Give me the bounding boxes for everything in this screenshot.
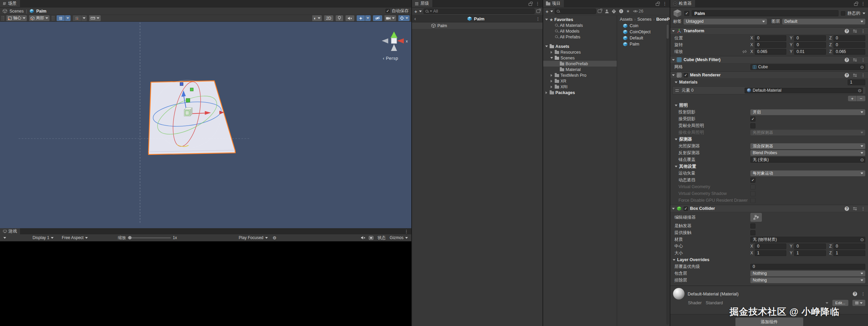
edit-shader-button[interactable]: Edit...: [832, 300, 848, 306]
size-y-field[interactable]: 1: [794, 250, 826, 256]
active-checkbox[interactable]: [684, 11, 689, 16]
aspect-selector[interactable]: Free Aspect: [62, 235, 88, 240]
position-z-field[interactable]: 0: [833, 35, 865, 41]
space-mode-button[interactable]: 局部: [29, 15, 50, 21]
size-z-field[interactable]: 1: [833, 250, 865, 256]
effects-options-button[interactable]: [365, 15, 371, 21]
game-view-content[interactable]: [0, 241, 411, 326]
tag-dropdown[interactable]: Untagged: [684, 19, 767, 24]
project-tree-item-all-prefabs[interactable]: All Prefabs: [543, 34, 617, 40]
project-tree-item-textmesh-pro[interactable]: TextMesh Pro: [543, 72, 617, 78]
game-gizmos-selector[interactable]: Gizmos: [390, 235, 408, 240]
chevron-down-icon[interactable]: [550, 11, 553, 12]
scale-y-handle[interactable]: [190, 88, 193, 91]
help-icon[interactable]: ?: [853, 292, 857, 296]
reflection-probes-dropdown[interactable]: Blend Probes: [750, 150, 865, 156]
link-scale-icon[interactable]: [742, 50, 748, 54]
project-file-coinobject[interactable]: CoinObject: [617, 29, 670, 35]
rotation-y-field[interactable]: 0: [794, 42, 826, 48]
foldout-icon[interactable]: [672, 208, 675, 210]
grid-snapping-toggle[interactable]: [57, 15, 65, 21]
size-x-field[interactable]: 1: [755, 250, 786, 256]
projection-mode-label[interactable]: ‹ Persp: [383, 56, 398, 61]
object-name-field[interactable]: Palm: [692, 10, 839, 16]
materials-row[interactable]: Materials 1: [670, 79, 868, 86]
is-trigger-checkbox[interactable]: [750, 223, 755, 229]
dynamic-occlusion-checkbox[interactable]: [750, 178, 755, 183]
add-component-button[interactable]: 添加组件: [735, 318, 803, 326]
cast-shadows-dropdown[interactable]: 开启: [750, 109, 865, 115]
menu-kebab-icon[interactable]: [861, 73, 865, 77]
vsync-monitor-toggle[interactable]: [369, 236, 373, 240]
play-focused-selector[interactable]: Play Focused: [239, 235, 268, 240]
orientation-gizmo[interactable]: x: [379, 30, 410, 56]
menu-kebab-icon[interactable]: [861, 58, 865, 62]
create-object-button[interactable]: +: [414, 9, 417, 14]
project-tree-item-xri[interactable]: XRI: [543, 84, 617, 90]
favorites-filter-icon[interactable]: [626, 9, 630, 14]
edit-collider-button[interactable]: [750, 213, 762, 222]
presets-icon[interactable]: [853, 58, 857, 62]
presets-icon[interactable]: [853, 29, 857, 33]
hidden-packages-toggle[interactable]: 26: [633, 9, 644, 14]
axis-cone-bottom[interactable]: [391, 44, 397, 51]
hierarchy-search-input[interactable]: All: [423, 8, 535, 14]
mesh-filter-component-header[interactable]: Cube (Mesh Filter) ?: [670, 56, 868, 64]
game-settings-button[interactable]: [273, 235, 277, 240]
foldout-icon[interactable]: [545, 46, 548, 47]
scale-x-field[interactable]: 0.065: [755, 49, 786, 55]
provides-contacts-checkbox[interactable]: [750, 230, 755, 235]
material-element-row[interactable]: 元素 0 Default-Material: [672, 86, 866, 94]
project-tree-item-all-models[interactable]: All Models: [543, 28, 617, 34]
project-tree-item-all-materials[interactable]: All Materials: [543, 22, 617, 28]
mesh-renderer-component-header[interactable]: Mesh Renderer ?: [670, 71, 868, 79]
menu-kebab-icon[interactable]: [861, 206, 865, 211]
breadcrumb-boneprefab[interactable]: BonePrefab: [656, 17, 670, 22]
zoom-slider-knob[interactable]: [128, 236, 132, 239]
toolbar-drag-handle[interactable]: [2, 16, 4, 20]
foldout-icon[interactable]: [550, 57, 553, 59]
foldout-icon[interactable]: [675, 105, 677, 106]
material-list-button[interactable]: [852, 300, 865, 306]
static-options-caret-icon[interactable]: [863, 13, 865, 14]
foldout-icon[interactable]: [551, 51, 552, 54]
chevron-down-icon[interactable]: [419, 11, 422, 12]
search-by-import-log-icon[interactable]: !: [619, 9, 623, 13]
scale-y-field[interactable]: 0.01: [794, 49, 826, 55]
static-checkbox[interactable]: [841, 11, 845, 16]
breadcrumb-scenes[interactable]: Scenes: [9, 9, 24, 14]
rotation-x-field[interactable]: 0: [755, 42, 786, 48]
foldout-icon[interactable]: [672, 59, 675, 61]
zoom-slider[interactable]: [127, 237, 171, 238]
pivot-mode-button[interactable]: 轴心: [6, 15, 27, 21]
menu-kebab-icon[interactable]: [536, 17, 540, 21]
remove-element-button[interactable]: −: [857, 96, 865, 101]
axis-x-cone[interactable]: [397, 38, 404, 43]
autosave-checkbox[interactable]: [386, 9, 390, 13]
layer-dropdown[interactable]: Default: [782, 19, 866, 24]
center-z-field[interactable]: 0: [833, 243, 865, 249]
materials-count-field[interactable]: 1: [848, 79, 865, 85]
tab-scene[interactable]: 场景: [0, 0, 20, 7]
increment-snap-toggle[interactable]: [73, 15, 81, 21]
foldout-icon[interactable]: [551, 80, 552, 83]
display-selector[interactable]: Display 1: [33, 235, 54, 240]
increment-snap-options-button[interactable]: [81, 15, 87, 21]
project-tree-item-scenes[interactable]: Scenes: [543, 55, 617, 61]
scene-camera-button[interactable]: [384, 15, 396, 21]
foldout-icon[interactable]: [673, 259, 675, 261]
project-tree-item-favorites[interactable]: Favorites: [543, 17, 617, 22]
tab-hierarchy[interactable]: 层级: [412, 0, 432, 7]
project-file-coin[interactable]: Coin: [617, 23, 670, 29]
menu-kebab-icon[interactable]: [663, 1, 667, 6]
scale-z-field[interactable]: 0.065: [833, 49, 865, 55]
foldout-icon[interactable]: [672, 30, 675, 32]
foldout-icon[interactable]: [551, 74, 552, 77]
contribute-gi-checkbox[interactable]: [750, 123, 755, 128]
object-picker-icon[interactable]: [860, 237, 864, 242]
axis-y-cone[interactable]: [391, 32, 397, 38]
project-tree-item-packages[interactable]: Packages: [543, 90, 617, 95]
shading-mode-button[interactable]: [312, 15, 321, 21]
scene-lighting-toggle[interactable]: [336, 15, 343, 21]
lock-icon[interactable]: [656, 3, 659, 6]
